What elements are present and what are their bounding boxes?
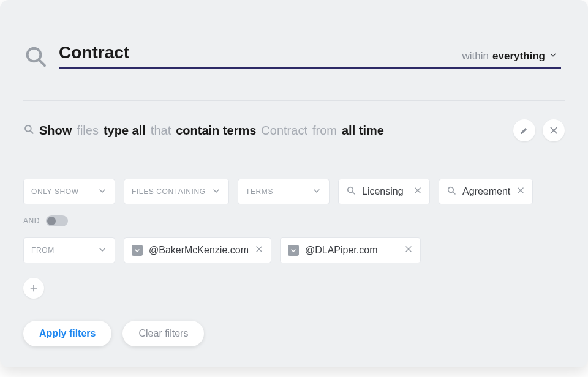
- clear-filters-button[interactable]: Clear filters: [123, 321, 204, 346]
- and-label: AND: [23, 217, 40, 225]
- summary-token: all time: [342, 124, 384, 138]
- search-icon: [346, 185, 356, 198]
- scope-prefix: within: [462, 50, 489, 62]
- search-field: within everything: [59, 43, 561, 69]
- summary-token: files: [77, 124, 99, 138]
- select-label: ONLY SHOW: [31, 187, 79, 196]
- search-icon: [23, 44, 48, 69]
- chevron-down-icon: [312, 186, 322, 198]
- select-label: FROM: [31, 246, 55, 255]
- search-input[interactable]: [59, 43, 454, 62]
- chip-label: @BakerMcKenzie.com: [149, 245, 249, 256]
- from-chip[interactable]: @DLAPiper.com: [280, 237, 421, 263]
- filter-row-2: FROM @BakerMcKenzie.com @DLAPiper.com: [23, 237, 565, 263]
- chip-label: Agreement: [462, 186, 510, 197]
- summary-token: Show: [39, 124, 72, 138]
- action-row: Apply filters Clear filters: [23, 321, 565, 346]
- search-row: within everything: [0, 0, 588, 69]
- chevron-down-icon: [549, 50, 557, 62]
- search-icon: [23, 124, 34, 138]
- chip-label: @DLAPiper.com: [305, 245, 398, 256]
- dropdown-icon: [288, 245, 299, 256]
- chip-label: Licensing: [362, 186, 407, 197]
- and-operator-row: AND: [23, 215, 565, 226]
- select-terms[interactable]: TERMS: [238, 179, 330, 204]
- from-chip[interactable]: @BakerMcKenzie.com: [124, 237, 271, 263]
- search-icon: [447, 185, 456, 198]
- remove-chip-button[interactable]: [413, 186, 422, 197]
- dropdown-icon: [132, 245, 143, 256]
- filter-builder: ONLY SHOW FILES CONTAINING TERMS Licensi…: [0, 160, 588, 346]
- scope-selector[interactable]: within everything: [462, 50, 561, 62]
- scope-value: everything: [492, 50, 545, 62]
- chevron-down-icon: [97, 186, 107, 198]
- chevron-down-icon: [97, 245, 107, 256]
- term-chip[interactable]: Licensing: [338, 179, 430, 204]
- and-toggle[interactable]: [46, 215, 68, 226]
- filter-row-1: ONLY SHOW FILES CONTAINING TERMS Licensi…: [23, 179, 565, 204]
- summary-token: contain terms: [176, 124, 256, 138]
- remove-chip-button[interactable]: [516, 186, 525, 197]
- select-label: FILES CONTAINING: [132, 187, 206, 196]
- query-summary-row: Show files type all that contain terms C…: [0, 101, 588, 160]
- remove-chip-button[interactable]: [255, 245, 263, 256]
- select-only-show[interactable]: ONLY SHOW: [23, 179, 115, 204]
- remove-chip-button[interactable]: [404, 245, 413, 256]
- chevron-down-icon: [211, 186, 221, 198]
- apply-filters-button[interactable]: Apply filters: [23, 321, 111, 346]
- add-filter-button[interactable]: [23, 278, 44, 299]
- clear-query-button[interactable]: [543, 119, 565, 141]
- select-from[interactable]: FROM: [23, 237, 115, 263]
- query-summary: Show files type all that contain terms C…: [23, 124, 506, 138]
- summary-token: from: [312, 124, 337, 138]
- select-files-containing[interactable]: FILES CONTAINING: [124, 179, 229, 204]
- summary-token: type all: [104, 124, 146, 138]
- term-chip[interactable]: Agreement: [439, 179, 533, 204]
- search-panel: within everything Show files type all th…: [0, 0, 588, 367]
- edit-query-button[interactable]: [513, 119, 535, 141]
- select-label: TERMS: [246, 187, 273, 196]
- summary-token: Contract: [261, 124, 307, 138]
- summary-token: that: [151, 124, 171, 138]
